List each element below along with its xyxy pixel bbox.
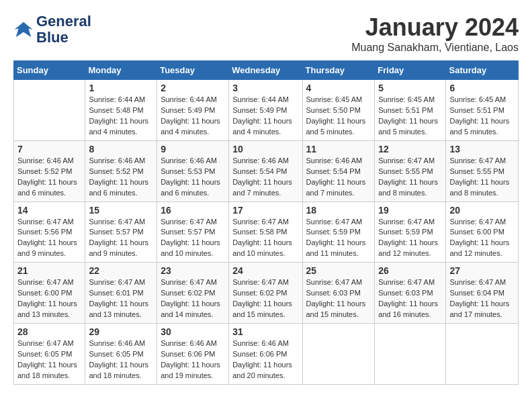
day-info: Sunrise: 6:47 AMSunset: 6:00 PMDaylight:… [449,217,515,260]
day-cell: 29Sunrise: 6:46 AMSunset: 6:05 PMDayligh… [85,324,157,385]
day-cell: 26Sunrise: 6:47 AMSunset: 6:03 PMDayligh… [375,263,446,324]
day-cell: 24Sunrise: 6:47 AMSunset: 6:02 PMDayligh… [229,263,302,324]
day-number: 10 [232,144,298,154]
day-info: Sunrise: 6:47 AMSunset: 5:57 PMDaylight:… [89,217,153,260]
day-info: Sunrise: 6:47 AMSunset: 6:05 PMDaylight:… [17,338,81,381]
day-info: Sunrise: 6:44 AMSunset: 5:49 PMDaylight:… [161,95,225,138]
day-cell: 22Sunrise: 6:47 AMSunset: 6:01 PMDayligh… [85,263,157,324]
day-info: Sunrise: 6:47 AMSunset: 5:57 PMDaylight:… [161,217,225,260]
day-cell: 31Sunrise: 6:46 AMSunset: 6:06 PMDayligh… [229,324,302,385]
day-info: Sunrise: 6:47 AMSunset: 5:58 PMDaylight:… [232,217,298,260]
day-cell: 19Sunrise: 6:47 AMSunset: 5:59 PMDayligh… [375,201,446,263]
week-row-5: 28Sunrise: 6:47 AMSunset: 6:05 PMDayligh… [14,324,519,385]
day-number: 20 [449,205,515,216]
day-cell: 16Sunrise: 6:47 AMSunset: 5:57 PMDayligh… [157,201,229,263]
day-cell [375,324,446,385]
day-info: Sunrise: 6:47 AMSunset: 6:02 PMDaylight:… [232,277,298,320]
day-cell: 2Sunrise: 6:44 AMSunset: 5:49 PMDaylight… [157,80,229,141]
day-cell: 28Sunrise: 6:47 AMSunset: 6:05 PMDayligh… [14,324,85,385]
day-cell: 3Sunrise: 6:44 AMSunset: 5:49 PMDaylight… [229,80,302,141]
header-cell-tuesday: Tuesday [157,61,229,80]
day-cell: 17Sunrise: 6:47 AMSunset: 5:58 PMDayligh… [229,201,302,263]
day-cell: 13Sunrise: 6:47 AMSunset: 5:55 PMDayligh… [446,140,519,201]
day-number: 26 [378,265,442,276]
header-cell-monday: Monday [85,61,157,80]
day-cell: 25Sunrise: 6:47 AMSunset: 6:03 PMDayligh… [302,263,375,324]
day-info: Sunrise: 6:47 AMSunset: 6:00 PMDaylight:… [17,277,81,320]
day-info: Sunrise: 6:47 AMSunset: 6:03 PMDaylight:… [378,277,442,320]
day-cell: 10Sunrise: 6:46 AMSunset: 5:54 PMDayligh… [229,140,302,201]
header-cell-wednesday: Wednesday [229,61,302,80]
day-number: 28 [17,326,81,337]
day-number: 13 [449,144,515,154]
day-number: 6 [449,83,515,93]
day-cell: 27Sunrise: 6:47 AMSunset: 6:04 PMDayligh… [446,263,519,324]
page-header: General Blue January 2024 Muang Sanakham… [13,13,519,54]
day-info: Sunrise: 6:47 AMSunset: 6:04 PMDaylight:… [449,277,515,320]
day-number: 31 [232,326,298,337]
day-info: Sunrise: 6:46 AMSunset: 6:06 PMDaylight:… [232,338,298,381]
month-title: January 2024 [351,13,519,42]
day-number: 9 [161,144,225,154]
calendar-header: SundayMondayTuesdayWednesdayThursdayFrid… [14,61,519,80]
logo-icon [13,19,34,40]
calendar-table: SundayMondayTuesdayWednesdayThursdayFrid… [13,60,519,385]
week-row-4: 21Sunrise: 6:47 AMSunset: 6:00 PMDayligh… [14,263,519,324]
day-info: Sunrise: 6:47 AMSunset: 5:59 PMDaylight:… [378,217,442,260]
day-number: 4 [306,83,371,93]
location: Muang Sanakham, Vientiane, Laos [351,42,519,54]
day-cell: 30Sunrise: 6:46 AMSunset: 6:06 PMDayligh… [157,324,229,385]
day-info: Sunrise: 6:47 AMSunset: 5:59 PMDaylight:… [306,217,371,260]
header-cell-sunday: Sunday [14,61,85,80]
week-row-1: 1Sunrise: 6:44 AMSunset: 5:48 PMDaylight… [14,80,519,141]
day-info: Sunrise: 6:47 AMSunset: 6:03 PMDaylight:… [306,277,371,320]
day-number: 15 [89,205,153,216]
day-number: 14 [17,205,81,216]
day-info: Sunrise: 6:46 AMSunset: 5:52 PMDaylight:… [89,156,153,199]
day-info: Sunrise: 6:47 AMSunset: 5:55 PMDaylight:… [378,156,442,199]
logo: General Blue [13,13,91,46]
day-number: 7 [17,144,81,154]
day-cell: 6Sunrise: 6:45 AMSunset: 5:51 PMDaylight… [446,80,519,141]
header-cell-thursday: Thursday [302,61,375,80]
title-area: January 2024 Muang Sanakham, Vientiane, … [351,13,519,54]
day-number: 1 [89,83,153,93]
day-number: 12 [378,144,442,154]
day-number: 23 [161,265,225,276]
day-info: Sunrise: 6:45 AMSunset: 5:50 PMDaylight:… [306,95,371,138]
day-cell: 1Sunrise: 6:44 AMSunset: 5:48 PMDaylight… [85,80,157,141]
day-cell: 18Sunrise: 6:47 AMSunset: 5:59 PMDayligh… [302,201,375,263]
day-number: 25 [306,265,371,276]
day-number: 29 [89,326,153,337]
day-cell: 4Sunrise: 6:45 AMSunset: 5:50 PMDaylight… [302,80,375,141]
day-number: 30 [161,326,225,337]
day-cell: 5Sunrise: 6:45 AMSunset: 5:51 PMDaylight… [375,80,446,141]
logo-text: General Blue [36,13,91,46]
day-number: 18 [306,205,371,216]
day-info: Sunrise: 6:46 AMSunset: 5:53 PMDaylight:… [161,156,225,199]
day-cell: 21Sunrise: 6:47 AMSunset: 6:00 PMDayligh… [14,263,85,324]
week-row-2: 7Sunrise: 6:46 AMSunset: 5:52 PMDaylight… [14,140,519,201]
day-number: 24 [232,265,298,276]
day-number: 19 [378,205,442,216]
header-cell-friday: Friday [375,61,446,80]
day-info: Sunrise: 6:47 AMSunset: 5:56 PMDaylight:… [17,217,81,260]
day-info: Sunrise: 6:46 AMSunset: 5:54 PMDaylight:… [232,156,298,199]
day-cell [446,324,519,385]
day-cell: 7Sunrise: 6:46 AMSunset: 5:52 PMDaylight… [14,140,85,201]
day-cell: 20Sunrise: 6:47 AMSunset: 6:00 PMDayligh… [446,201,519,263]
day-cell: 9Sunrise: 6:46 AMSunset: 5:53 PMDaylight… [157,140,229,201]
day-cell: 11Sunrise: 6:46 AMSunset: 5:54 PMDayligh… [302,140,375,201]
day-cell [14,80,85,141]
day-cell [302,324,375,385]
day-number: 5 [378,83,442,93]
day-info: Sunrise: 6:46 AMSunset: 6:06 PMDaylight:… [161,338,225,381]
day-info: Sunrise: 6:47 AMSunset: 5:55 PMDaylight:… [449,156,515,199]
day-number: 17 [232,205,298,216]
day-info: Sunrise: 6:46 AMSunset: 5:54 PMDaylight:… [306,156,371,199]
day-number: 2 [161,83,225,93]
day-info: Sunrise: 6:47 AMSunset: 6:02 PMDaylight:… [161,277,225,320]
day-info: Sunrise: 6:44 AMSunset: 5:49 PMDaylight:… [232,95,298,138]
header-cell-saturday: Saturday [446,61,519,80]
day-cell: 8Sunrise: 6:46 AMSunset: 5:52 PMDaylight… [85,140,157,201]
